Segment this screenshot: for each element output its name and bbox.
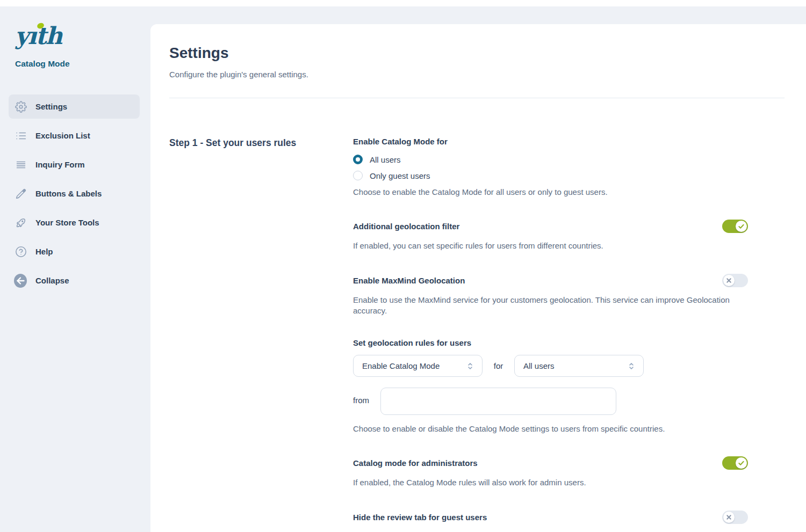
field-hide-review-tab-guest-users: Hide the review tab for guest users If e… [353,511,748,532]
sidebar-item-label: Collapse [35,276,69,285]
settings-panel: Settings Configure the plugin's general … [150,24,806,532]
geo-rule-row: Enable Catalog Mode for All users [353,355,748,377]
toggle-knob [736,457,747,469]
rule-action-select[interactable]: Enable Catalog Mode [353,355,483,377]
rule-users-select[interactable]: All users [514,355,644,377]
fields-column: Enable Catalog Mode for All users Only g… [353,137,748,532]
section-title: Step 1 - Set your users rules [169,137,353,532]
toggle-enable-maxmind-geolocation[interactable] [722,274,748,287]
app-background: yıth Catalog Mode Settings Exclusion Lis… [0,6,806,532]
field-label: Catalog mode for administrators [353,458,478,468]
sidebar-item-label: Help [35,247,53,256]
sidebar-item-label: Buttons & Labels [35,189,102,198]
toggle-knob [723,512,735,523]
sidebar: yıth Catalog Mode Settings Exclusion Lis… [0,6,150,532]
collapse-arrow-icon [15,275,27,287]
field-label: Enable Catalog Mode for [353,137,748,146]
sidebar-item-exclusion-list[interactable]: Exclusion List [9,123,140,148]
page-title: Settings [169,45,785,62]
list-icon [15,130,27,142]
from-label: from [353,388,380,405]
rocket-icon [15,217,27,229]
sidebar-menu: Settings Exclusion List Inquiry Form But… [9,94,140,293]
sidebar-item-label: Exclusion List [35,131,90,140]
cross-icon [726,514,732,520]
field-enable-maxmind-geolocation: Enable MaxMind Geolocation Enable to use… [353,274,748,317]
field-catalog-mode-for-administrators: Catalog mode for administrators If enabl… [353,456,748,488]
form-lines-icon [15,159,27,171]
sidebar-item-buttons-labels[interactable]: Buttons & Labels [9,181,140,206]
radio-group: All users Only guest users [353,155,748,180]
field-enable-catalog-mode-for: Enable Catalog Mode for All users Only g… [353,137,748,198]
gear-icon [15,101,27,113]
countries-input[interactable] [380,388,616,415]
field-label: Hide the review tab for guest users [353,513,487,522]
sidebar-item-settings[interactable]: Settings [9,94,140,119]
field-label: Additional geolocation filter [353,222,459,231]
radio-option-only-guest-users[interactable]: Only guest users [353,171,748,180]
sidebar-item-collapse[interactable]: Collapse [9,268,140,293]
radio-unselected-icon[interactable] [353,171,363,180]
toggle-catalog-mode-for-administrators[interactable] [722,456,748,470]
check-icon [738,223,744,229]
chevron-up-down-icon [466,362,474,370]
field-description: Choose to enable or disable the Catalog … [353,424,748,434]
field-additional-geolocation-filter: Additional geolocation filter If enabled… [353,220,748,251]
geo-from-row: from [353,388,748,415]
sidebar-item-label: Settings [35,102,67,111]
select-value: Enable Catalog Mode [362,361,440,370]
radio-label: Only guest users [370,171,430,180]
sidebar-item-label: Your Store Tools [35,218,99,227]
plugin-name: Catalog Mode [15,59,140,69]
toggle-knob [736,221,747,232]
field-geolocation-rules: Set geolocation rules for users Enable C… [353,338,748,434]
cross-icon [726,278,732,283]
connector-text: for [483,361,514,370]
section-step1: Step 1 - Set your users rules Enable Cat… [150,98,806,532]
field-description: If enabled, the Catalog Mode rules will … [353,477,748,488]
yith-logo: yıth [15,23,74,52]
field-description: Choose to enable the Catalog Mode for al… [353,187,748,198]
sidebar-item-help[interactable]: Help [9,239,140,264]
field-description: Enable to use the MaxMind service for yo… [353,295,748,317]
toggle-knob [723,275,735,286]
sidebar-item-your-store-tools[interactable]: Your Store Tools [9,210,140,235]
help-circle-icon [15,246,27,258]
chevron-up-down-icon [627,362,636,370]
radio-label: All users [370,155,401,164]
page-subtitle: Configure the plugin's general settings. [169,70,785,79]
toggle-hide-review-tab[interactable] [722,511,748,524]
field-label: Enable MaxMind Geolocation [353,276,465,285]
toggle-additional-geolocation-filter[interactable] [722,220,748,233]
sidebar-item-inquiry-form[interactable]: Inquiry Form [9,152,140,177]
sidebar-item-label: Inquiry Form [35,160,85,169]
page-header: Settings Configure the plugin's general … [150,24,806,98]
radio-option-all-users[interactable]: All users [353,155,748,164]
field-label: Set geolocation rules for users [353,338,748,347]
radio-selected-icon[interactable] [353,155,363,164]
select-value: All users [523,361,555,370]
check-icon [738,460,744,466]
eyedropper-icon [15,188,27,200]
field-description: If enabled, you can set specific rules f… [353,241,748,251]
